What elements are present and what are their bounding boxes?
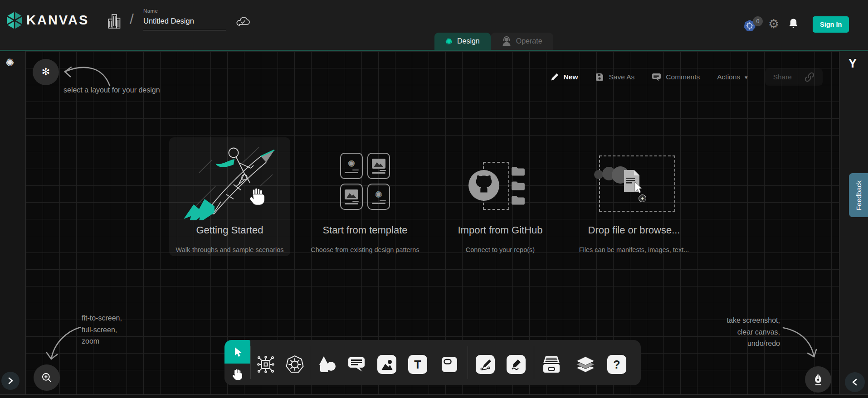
- github-logo: [468, 169, 500, 202]
- comment-bubble-icon: [347, 356, 366, 373]
- tool-help[interactable]: ?: [607, 355, 626, 374]
- arrow-cursor-icon: [633, 182, 644, 194]
- tool-note[interactable]: [439, 354, 459, 374]
- comments-button[interactable]: Comments: [652, 73, 700, 82]
- design-name-input[interactable]: [143, 14, 226, 30]
- tool-comment[interactable]: [346, 354, 366, 374]
- template-thumb-image: [340, 184, 363, 210]
- tab-design[interactable]: ✺ Design: [434, 33, 491, 50]
- tool-freehand-draw[interactable]: [507, 355, 526, 374]
- design-name-label: Name: [143, 8, 226, 14]
- comment-bubble-icon: [652, 73, 661, 82]
- tool-shapes[interactable]: [317, 354, 337, 374]
- tool-image[interactable]: [377, 355, 396, 374]
- card-subtitle: Choose from existing design patterns: [306, 246, 424, 253]
- pinwheel-icon: ✺: [375, 190, 383, 199]
- organization-icon[interactable]: [107, 13, 122, 29]
- layers-stack-icon: [575, 355, 595, 374]
- layer5-y-logo[interactable]: Y: [848, 57, 857, 71]
- tab-operate[interactable]: Operate: [491, 33, 553, 50]
- image-icon: [372, 159, 385, 169]
- chevron-down-icon: ▾: [745, 74, 748, 81]
- feedback-label: Feedback: [855, 180, 863, 210]
- tool-pan-hand[interactable]: [224, 364, 250, 385]
- repo-folder-icon: [511, 180, 525, 191]
- template-thumb-pinwheel: ✺: [367, 184, 390, 210]
- feedback-tab[interactable]: Feedback: [849, 173, 868, 217]
- bottom-edge-strip: [0, 394, 868, 398]
- expand-left-panel-button[interactable]: [1, 372, 20, 390]
- text-tool-glyph: T: [414, 358, 421, 371]
- share-button[interactable]: Share: [765, 68, 823, 86]
- card-drop-file[interactable]: + Drop file or browse... Files can be ma…: [575, 137, 693, 256]
- screenshot-hint-text: take screenshot,clear canvas,undo/redo: [704, 315, 780, 349]
- card-subtitle: Files can be manifests, images, text...: [575, 246, 693, 253]
- tool-component[interactable]: [256, 354, 276, 374]
- tab-operate-label: Operate: [516, 37, 542, 45]
- hand-cursor-icon: [249, 186, 267, 206]
- template-thumbnails: ✺ ✺: [340, 153, 390, 210]
- tool-archive-drawer[interactable]: [541, 354, 561, 374]
- upload-dot: [594, 170, 603, 179]
- tool-text[interactable]: T: [408, 355, 427, 374]
- card-import-from-github[interactable]: Import from GitHub Connect to your repo(…: [441, 137, 559, 256]
- collapse-right-panel-button[interactable]: [845, 372, 865, 392]
- kanvas-logo-icon[interactable]: [6, 11, 23, 30]
- pencil-scribble-icon: [510, 359, 522, 371]
- pencil-icon: [550, 73, 559, 82]
- template-thumb-pinwheel: ✺: [340, 153, 363, 179]
- rocket-illustration: [176, 141, 284, 220]
- zoom-hint-text: fit-to-screen,full-screen,zoom: [82, 312, 122, 347]
- kubernetes-context-switcher[interactable]: 0: [743, 16, 765, 34]
- mode-tabs: ✺ Design Operate: [434, 33, 553, 50]
- layout-hint-arrow: [58, 59, 112, 87]
- helm-wheel-icon: [285, 355, 304, 374]
- design-name-group: Name: [143, 8, 226, 30]
- layout-selector-button[interactable]: ✻: [33, 59, 59, 85]
- image-icon: [345, 189, 358, 199]
- repo-folder-icon: [511, 195, 525, 206]
- kanvas-app: KANVAS / Name ✺ Design: [0, 0, 868, 398]
- card-getting-started[interactable]: Getting Started Walk-throughs and sample…: [169, 137, 290, 256]
- card-title: Getting Started: [169, 224, 290, 236]
- save-as-button[interactable]: Save As: [595, 73, 634, 82]
- app-header: KANVAS / Name ✺ Design: [0, 0, 868, 50]
- zoom-hint-arrow: [45, 321, 83, 364]
- cloud-sync-icon[interactable]: [235, 15, 251, 28]
- tool-divider: [250, 346, 251, 379]
- pen-path-icon: [479, 359, 492, 371]
- tool-pen-path[interactable]: [476, 355, 495, 374]
- tool-divider: [310, 346, 310, 379]
- canvas-action-toolbar: New Save As Comments Actions ▾: [550, 68, 823, 86]
- add-plus-badge: +: [639, 194, 646, 202]
- tool-kubernetes[interactable]: [285, 354, 305, 374]
- note-icon: [440, 355, 458, 374]
- meshery-pinwheel-icon[interactable]: ✺: [5, 57, 14, 69]
- left-rail: ✺: [0, 51, 26, 394]
- tool-divider: [534, 346, 534, 379]
- brand-name: KANVAS: [26, 13, 89, 28]
- chevron-right-icon: [7, 377, 14, 384]
- magnifier-plus-icon: [40, 371, 53, 384]
- template-thumb-image: [367, 153, 390, 179]
- pen-nib-icon: [812, 372, 824, 387]
- notifications-bell-icon[interactable]: [788, 18, 799, 30]
- zoom-controls-button[interactable]: [34, 364, 60, 391]
- actions-dropdown[interactable]: Actions ▾: [717, 73, 747, 81]
- context-count-badge: 0: [753, 16, 763, 26]
- design-canvas[interactable]: ✻ select a layout for your design New Sa…: [26, 51, 839, 394]
- card-start-from-template[interactable]: ✺ ✺ Start from template Choose from exis…: [306, 137, 424, 256]
- layout-flower-icon: ✻: [42, 66, 50, 78]
- canvas-utilities-button[interactable]: [805, 366, 831, 393]
- tool-layers[interactable]: [575, 354, 595, 374]
- card-title: Start from template: [306, 224, 424, 236]
- card-subtitle: Connect to your repo(s): [441, 246, 559, 253]
- new-button[interactable]: New: [550, 73, 578, 82]
- right-rail: Y Feedback: [839, 51, 868, 394]
- tool-select-cursor[interactable]: [224, 340, 250, 364]
- card-title: Drop file or browse...: [575, 224, 693, 236]
- sign-in-button[interactable]: Sign In: [813, 16, 849, 33]
- pinwheel-icon: ✺: [348, 159, 356, 168]
- settings-gear-icon[interactable]: ⚙: [768, 17, 779, 31]
- tab-design-label: Design: [457, 37, 480, 45]
